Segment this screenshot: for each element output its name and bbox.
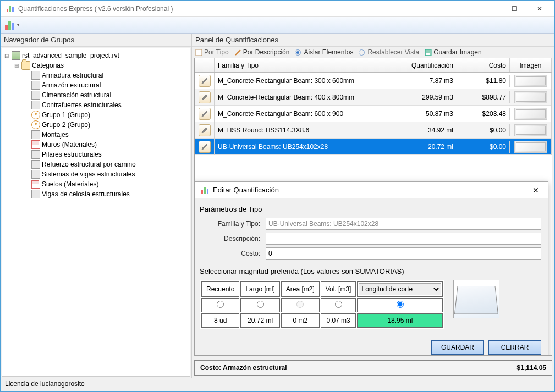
tree-item[interactable]: Muros (Materiales) <box>3 140 189 150</box>
status-bar: Licencia de lucianogorosito <box>1 378 554 391</box>
cerrar-button[interactable]: CERRAR <box>488 340 541 355</box>
guardar-button[interactable]: GUARDAR <box>431 340 484 355</box>
descripcion-label: Descripción: <box>200 235 266 242</box>
tree-item[interactable]: Refuerzo estructural por camino <box>3 159 189 169</box>
row-thumbnail <box>514 108 547 120</box>
cell-name: UB-Universal Beams: UB254x102x28 <box>215 141 395 153</box>
grid-header: Familia y Tipo Quantificación Costo Imag… <box>195 58 552 73</box>
svg-rect-0 <box>7 9 8 12</box>
tree-label: rst_advanced_sample_project.rvt <box>22 52 119 59</box>
row-thumbnail <box>514 124 547 136</box>
btn-aislar[interactable]: Aislar Elementos <box>295 48 353 56</box>
familia-input <box>266 218 541 230</box>
app-icon <box>6 4 15 13</box>
category-icon <box>31 71 40 80</box>
tree-item[interactable]: Armazón estructural <box>3 80 189 90</box>
edit-row-button[interactable] <box>199 124 211 136</box>
cell-name: M_Concrete-Rectangular Beam: 400 x 800mm <box>215 91 395 103</box>
dialog-close-button[interactable]: ✕ <box>528 186 543 195</box>
radio-extra[interactable] <box>397 301 404 308</box>
table-row[interactable]: M_Concrete-Rectangular Beam: 400 x 800mm… <box>195 89 552 106</box>
magnitud-select[interactable]: Longitud de corte <box>359 283 441 295</box>
tree-item[interactable]: Contrafuertes estructurales <box>3 100 189 110</box>
tree-categories[interactable]: ⊟ Categorias <box>3 60 189 70</box>
panel-title: Panel de Quantificaciones <box>192 34 554 47</box>
tree-root[interactable]: ⊟ rst_advanced_sample_project.rvt <box>3 51 189 60</box>
tree-item[interactable]: Montajes <box>3 130 189 140</box>
close-button[interactable]: ✕ <box>527 1 552 17</box>
col-quant[interactable]: Quantificación <box>395 58 457 72</box>
btn-reset-vista[interactable]: Restablecer Vista <box>359 48 419 56</box>
tree-item[interactable]: Grupo 2 (Grupo) <box>3 120 189 130</box>
minimize-button[interactable]: ─ <box>476 1 502 17</box>
tree-item[interactable]: Suelos (Materiales) <box>3 179 189 189</box>
tree-item[interactable]: Vigas de celosía estructurales <box>3 189 189 199</box>
edit-quant-dialog: Editar Quantificación ✕ Parámetros de Ti… <box>194 181 548 356</box>
cell-cost: $203.48 <box>457 108 510 120</box>
cell-quant: 50.87 m3 <box>395 108 457 120</box>
costo-input[interactable] <box>266 247 541 260</box>
category-icon <box>31 130 40 139</box>
svg-rect-8 <box>207 189 208 194</box>
category-icon <box>31 81 40 90</box>
table-row[interactable]: M_Concrete-Rectangular Beam: 300 x 600mm… <box>195 73 552 89</box>
tree-item[interactable]: Armadura estructural <box>3 70 189 80</box>
table-row[interactable]: M_HSS Round: HSS114.3X8.6 34.92 ml $0.00 <box>195 122 552 139</box>
tree-item[interactable]: Cimentación estructural <box>3 90 189 100</box>
radio-largo[interactable] <box>257 301 264 308</box>
app-menu-button[interactable]: ▾ <box>3 19 21 31</box>
titlebar: Quantificaciones Express ( v2.6 versión … <box>1 1 554 17</box>
btn-guardar-imagen[interactable]: Guardar Imagen <box>425 48 481 56</box>
magnitud-table: Recuento Largo [ml] Area [m2] Vol. [m3] … <box>200 280 444 329</box>
btn-por-tipo[interactable]: Por Tipo <box>195 48 229 56</box>
tree-item[interactable]: Sistemas de vigas estructurales <box>3 169 189 179</box>
tree-item[interactable]: Pilares estructurales <box>3 150 189 159</box>
collapse-icon[interactable]: ⊟ <box>13 63 20 69</box>
category-icon <box>31 120 40 129</box>
radio-area[interactable] <box>296 301 304 308</box>
edit-row-button[interactable] <box>199 91 211 103</box>
col-img[interactable]: Imagen <box>510 58 552 72</box>
magnitud-label: Seleccionar magnitud preferida (Los valo… <box>200 267 541 275</box>
table-row[interactable]: UB-Universal Beams: UB254x102x28 20.72 m… <box>195 139 552 155</box>
nav-title: Navegador de Grupos <box>1 34 191 47</box>
total-value: $1,114.05 <box>517 364 546 372</box>
familia-label: Familia y Tipo: <box>200 220 266 228</box>
edit-row-button[interactable] <box>199 75 211 87</box>
btn-por-descripcion[interactable]: Por Descripción <box>234 48 290 56</box>
col-name[interactable]: Familia y Tipo <box>215 58 395 72</box>
svg-rect-7 <box>204 187 206 194</box>
radio-recuento[interactable] <box>217 301 224 308</box>
category-icon <box>31 160 40 169</box>
group-tree[interactable]: ⊟ rst_advanced_sample_project.rvt ⊟ Cate… <box>2 48 190 377</box>
edit-row-button[interactable] <box>199 108 211 120</box>
col-cost[interactable]: Costo <box>457 58 510 72</box>
tree-item[interactable]: Grupo 1 (Grupo) <box>3 110 189 120</box>
cell-quant: 34.92 ml <box>395 124 457 136</box>
category-icon <box>31 190 40 198</box>
category-icon <box>31 150 40 159</box>
dialog-title: Editar Quantificación <box>213 186 528 194</box>
tree-label: Refuerzo estructural por camino <box>42 161 136 168</box>
edit-row-button[interactable] <box>199 141 211 153</box>
collapse-icon[interactable]: ⊟ <box>3 53 10 59</box>
table-row[interactable]: M_Concrete-Rectangular Beam: 600 x 900 5… <box>195 106 552 122</box>
app-icon <box>201 186 210 195</box>
tree-label: Pilares estructurales <box>42 151 102 158</box>
project-icon <box>12 51 20 60</box>
maximize-button[interactable]: ☐ <box>502 1 527 17</box>
descripcion-input[interactable] <box>266 233 541 245</box>
category-icon <box>31 140 40 149</box>
category-icon <box>31 91 40 100</box>
cell-name: M_Concrete-Rectangular Beam: 300 x 600mm <box>215 75 395 87</box>
main-toolbar: ▾ <box>1 17 554 34</box>
radio-vol[interactable] <box>335 301 342 308</box>
radio-on-icon <box>295 49 301 56</box>
tree-label: Contrafuertes estructurales <box>42 101 122 109</box>
quant-grid: Familia y Tipo Quantificación Costo Imag… <box>194 58 552 356</box>
category-icon <box>31 180 40 189</box>
cell-cost: $898.77 <box>457 91 510 103</box>
tree-label: Vigas de celosía estructurales <box>42 190 130 198</box>
radio-off-icon <box>359 49 365 56</box>
row-thumbnail <box>514 91 547 103</box>
